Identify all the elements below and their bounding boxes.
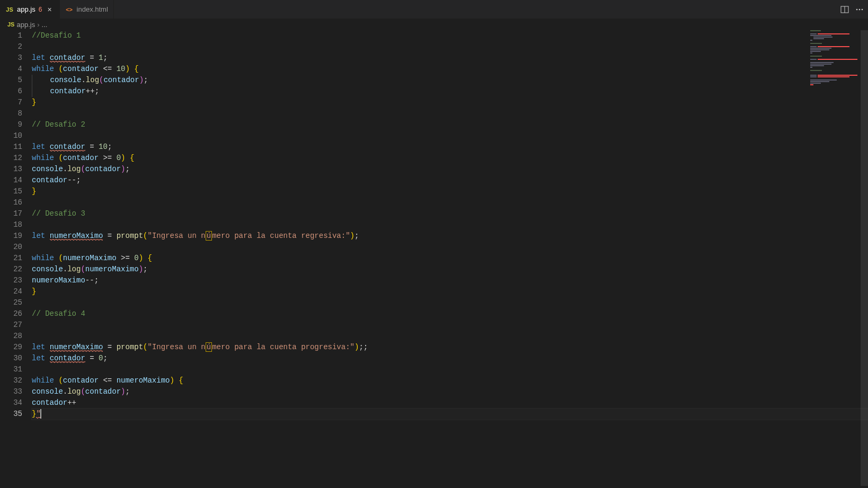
code-token: numeroMaximo xyxy=(50,232,103,241)
line-number: 5 xyxy=(0,75,22,86)
vertical-scrollbar[interactable] xyxy=(861,30,868,488)
line-number: 23 xyxy=(0,275,22,286)
code-token: // Desafio 2 xyxy=(32,120,85,129)
code-token: <= xyxy=(99,65,117,73)
code-token: = xyxy=(103,232,116,240)
line-number: 17 xyxy=(0,208,22,219)
code-token: ) xyxy=(139,254,143,262)
split-editor-icon[interactable] xyxy=(840,5,849,14)
line-number: 32 xyxy=(0,375,22,386)
code-token: ; xyxy=(143,265,147,273)
code-token: "Ingresa un n xyxy=(148,343,206,351)
svg-point-3 xyxy=(859,8,861,10)
tab-index-html[interactable]: <> index.html xyxy=(60,0,114,19)
code-token: let xyxy=(32,354,45,362)
tab-problem-badge: 6 xyxy=(39,6,42,13)
minimap[interactable] xyxy=(810,30,861,115)
line-number: 7 xyxy=(0,97,22,108)
code-editor[interactable]: 1234567891011121314151617181920212223242… xyxy=(0,30,868,488)
line-number: 28 xyxy=(0,331,22,342)
code-token: contador xyxy=(63,376,99,385)
line-number: 31 xyxy=(0,364,22,375)
scrollbar-thumb[interactable] xyxy=(861,30,868,486)
editor-actions xyxy=(840,0,864,19)
code-token: ú xyxy=(206,342,212,352)
code-token: ; xyxy=(108,143,112,151)
tabs-bar: JS app.js 6 × <> index.html xyxy=(0,0,868,19)
breadcrumb-more: ... xyxy=(42,21,48,29)
code-token: console xyxy=(32,265,63,273)
close-icon[interactable]: × xyxy=(45,5,54,14)
line-number: 10 xyxy=(0,130,22,141)
js-icon: JS xyxy=(5,5,14,14)
code-token: log xyxy=(67,165,81,173)
code-token: prompt xyxy=(117,343,143,351)
code-token: while xyxy=(32,154,54,162)
code-content[interactable]: //Desafio 1 let contador = 1; while (con… xyxy=(32,30,868,488)
code-token: while xyxy=(32,376,54,385)
code-token: { xyxy=(147,254,152,262)
code-token: ; xyxy=(125,387,129,396)
code-token: 0 xyxy=(134,254,138,262)
tab-app-js[interactable]: JS app.js 6 × xyxy=(0,0,60,19)
code-token: contador xyxy=(32,176,67,184)
line-number: 21 xyxy=(0,253,22,264)
tab-label: index.html xyxy=(77,5,108,13)
code-token: contador xyxy=(50,354,85,363)
code-token: } xyxy=(32,98,36,107)
code-token: let xyxy=(32,54,45,62)
code-token: log xyxy=(86,76,99,84)
code-token: ( xyxy=(58,376,63,385)
line-number: 24 xyxy=(0,286,22,297)
line-number: 26 xyxy=(0,308,22,320)
code-token: . xyxy=(63,165,67,173)
line-number: 1 xyxy=(0,30,22,41)
line-number: 4 xyxy=(0,64,22,75)
line-number: 20 xyxy=(0,242,22,253)
line-number-gutter: 1234567891011121314151617181920212223242… xyxy=(0,30,32,488)
code-token: 10 xyxy=(117,65,126,73)
code-token: // Desafio 4 xyxy=(32,309,85,318)
line-number: 27 xyxy=(0,320,22,331)
code-token: let xyxy=(32,232,45,240)
code-token: ; xyxy=(355,232,359,240)
code-token: . xyxy=(63,265,67,273)
code-token: numeroMaximo xyxy=(63,254,117,262)
code-token: numeroMaximo xyxy=(50,343,103,352)
code-token: while xyxy=(32,65,54,73)
code-token: contador xyxy=(103,76,139,84)
line-number: 30 xyxy=(0,353,22,364)
code-token: "Ingresa un n xyxy=(148,232,206,240)
code-token: { xyxy=(130,154,134,162)
code-token: numeroMaximo xyxy=(32,276,85,285)
line-number: 25 xyxy=(0,297,22,308)
line-number: 33 xyxy=(0,386,22,397)
line-number: 16 xyxy=(0,197,22,208)
code-token: ) xyxy=(139,76,144,84)
line-number: 11 xyxy=(0,141,22,153)
code-token: prompt xyxy=(117,232,143,240)
line-number: 14 xyxy=(0,175,22,186)
code-token: ++ xyxy=(67,398,76,407)
code-token: ( xyxy=(58,154,63,162)
svg-point-4 xyxy=(862,8,863,10)
code-token xyxy=(32,76,50,84)
more-actions-icon[interactable] xyxy=(855,5,864,14)
line-number: 6 xyxy=(0,86,22,97)
code-token: contador xyxy=(85,165,121,173)
code-token: let xyxy=(32,143,45,151)
code-token: ; xyxy=(125,165,129,173)
breadcrumb[interactable]: JS app.js › ... xyxy=(0,19,868,30)
line-number: 18 xyxy=(0,219,22,230)
code-token: = xyxy=(85,143,99,151)
text-cursor xyxy=(40,409,41,419)
line-number: 8 xyxy=(0,108,22,119)
code-token: . xyxy=(81,76,85,84)
code-token: let xyxy=(32,343,45,351)
line-number: 29 xyxy=(0,342,22,353)
code-token: >= xyxy=(117,254,135,262)
code-token: ( xyxy=(81,387,85,396)
html-icon: <> xyxy=(65,5,74,14)
line-number: 3 xyxy=(0,52,22,64)
code-token: //Desafio 1 xyxy=(32,31,81,40)
